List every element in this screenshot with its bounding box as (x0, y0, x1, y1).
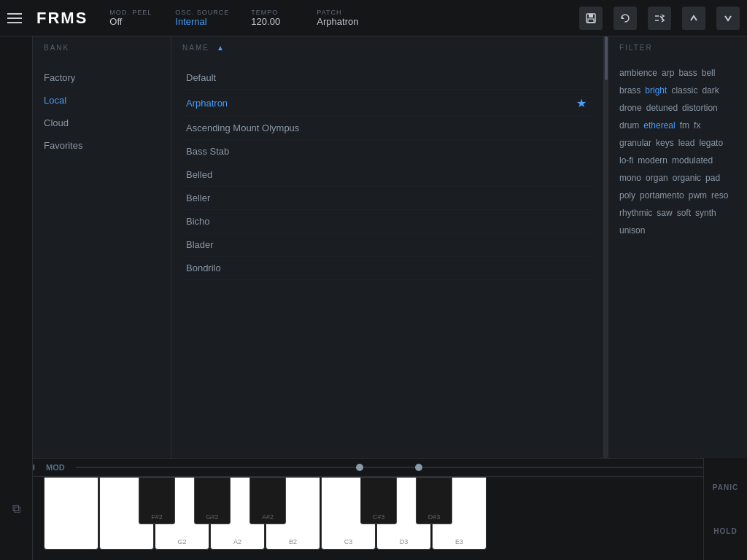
slider-handle-right[interactable] (415, 464, 422, 471)
filter-tag-fx[interactable]: fx (694, 119, 700, 132)
filter-tag-rhythmic[interactable]: rhythmic (619, 206, 652, 219)
preset-item-8[interactable]: Bondrilo (182, 257, 592, 280)
preset-item-4[interactable]: Belled (182, 163, 592, 187)
name-header: NAME ▲ (182, 44, 592, 55)
next-button[interactable] (716, 7, 740, 30)
preset-item-2[interactable]: Ascending Mount Olympus (182, 117, 592, 140)
black-key-cs3[interactable]: C#3 (360, 477, 397, 524)
bank-item-cloud[interactable]: Cloud (44, 112, 160, 134)
preset-item-6[interactable]: Bicho (182, 210, 592, 233)
filter-tag-bright[interactable]: bright (645, 84, 667, 97)
filter-tag-fm[interactable]: fm (680, 119, 689, 132)
filter-tag-arp[interactable]: arp (662, 66, 674, 79)
star-icon[interactable]: ★ (574, 96, 589, 110)
filter-tag-portamento[interactable]: portamento (640, 189, 684, 202)
filter-tags: ambiencearpbassbellbrassbrightclassicdar… (619, 66, 736, 237)
white-key-1[interactable] (44, 477, 98, 550)
preset-item-7[interactable]: Blader (182, 233, 592, 257)
filter-tag-drone[interactable]: drone (619, 101, 642, 114)
filter-tag-drum[interactable]: drum (619, 119, 639, 132)
key-label-gs2: G#2 (206, 513, 218, 521)
preset-item-3[interactable]: Bass Stab (182, 140, 592, 163)
key-label-e3: E3 (455, 538, 463, 545)
filter-tag-ambience[interactable]: ambience (619, 66, 657, 79)
scroll-thumb[interactable] (605, 36, 608, 80)
randomize-button[interactable] (648, 7, 671, 30)
filter-tag-unison[interactable]: unison (619, 224, 645, 237)
undo-button[interactable] (614, 7, 637, 30)
filter-tag-modern[interactable]: modern (638, 154, 667, 167)
tempo-value[interactable]: 120.00 (251, 16, 295, 27)
mod-peel-section: MOD. PEEL Off (109, 9, 153, 27)
filter-tag-mono[interactable]: mono (619, 171, 641, 184)
black-key-fs2[interactable]: F#2 (139, 477, 175, 524)
key-label-cs3: C#3 (373, 513, 385, 521)
key-label-d3: D3 (400, 538, 409, 545)
filter-tag-granular[interactable]: granular (619, 136, 651, 149)
bank-item-local[interactable]: Local (44, 89, 160, 112)
filter-tag-synth[interactable]: synth (695, 206, 716, 219)
osc-source-value[interactable]: Internal (175, 16, 229, 27)
filter-tag-brass[interactable]: brass (619, 84, 640, 97)
filter-tag-bell[interactable]: bell (702, 66, 716, 79)
key-label-as2: A#2 (262, 513, 274, 521)
filter-tag-classic[interactable]: classic (671, 84, 697, 97)
black-key-as2[interactable]: A#2 (249, 477, 286, 524)
tempo-label: TEMPO (251, 9, 295, 16)
black-key-ds3[interactable]: D#3 (416, 477, 452, 524)
right-buttons: PANIC HOLD (703, 458, 747, 560)
key-label-b2: B2 (289, 538, 297, 545)
panic-button[interactable]: PANIC (713, 483, 738, 491)
sidebar (0, 36, 33, 458)
main-content: BANK Factory Local Cloud Favorites NAME … (0, 36, 747, 458)
filter-tag-pad[interactable]: pad (705, 171, 720, 184)
pitch-mod-bar: PITCH MOD (0, 459, 747, 477)
key-label-g2: G2 (177, 538, 186, 545)
osc-source-label: OSC. SOURCE (175, 9, 229, 16)
filter-tag-pwm[interactable]: pwm (689, 189, 707, 202)
hold-button[interactable]: HOLD (713, 527, 737, 535)
filter-tag-lo-fi[interactable]: lo-fi (619, 154, 633, 167)
filter-tag-legato[interactable]: legato (699, 136, 723, 149)
osc-source-section: OSC. SOURCE Internal (175, 9, 229, 27)
filter-tag-ethereal[interactable]: ethereal (643, 119, 675, 132)
filter-tag-keys[interactable]: keys (656, 136, 674, 149)
filter-tag-bass[interactable]: bass (678, 66, 697, 79)
filter-header: FILTER (619, 44, 736, 55)
filter-tag-saw[interactable]: saw (657, 206, 672, 219)
filter-tag-organ[interactable]: organ (646, 171, 668, 184)
filter-tag-dark[interactable]: dark (702, 84, 719, 97)
tempo-section: TEMPO 120.00 (251, 9, 295, 27)
filter-tag-detuned[interactable]: detuned (646, 101, 678, 114)
pitch-mod-slider[interactable] (76, 467, 736, 468)
scroll-track[interactable] (604, 36, 608, 458)
save-button[interactable] (579, 7, 603, 30)
keyboard: G2 F#2 A2 G#2 B2 A#2 C3 (0, 477, 747, 553)
filter-tag-poly[interactable]: poly (619, 189, 635, 202)
key-label-a2: A2 (233, 538, 241, 545)
preset-item-5[interactable]: Beller (182, 187, 592, 210)
black-key-gs2[interactable]: G#2 (194, 477, 231, 524)
slider-handle-left[interactable] (356, 464, 363, 471)
key-label-fs2: F#2 (151, 513, 163, 521)
preset-item-1[interactable]: Arphatron★ (182, 90, 592, 117)
preset-list: DefaultArphatron★Ascending Mount Olympus… (182, 66, 592, 280)
bank-item-favorites[interactable]: Favorites (44, 134, 160, 157)
filter-tag-organic[interactable]: organic (673, 171, 701, 184)
prev-button[interactable] (682, 7, 705, 30)
filter-tag-soft[interactable]: soft (677, 206, 691, 219)
mod-peel-value[interactable]: Off (109, 16, 153, 27)
topbar-icons (579, 7, 740, 30)
mod-peel-label: MOD. PEEL (109, 9, 153, 16)
mod-label: MOD (46, 463, 65, 472)
filter-tag-modulated[interactable]: modulated (672, 154, 713, 167)
patch-value[interactable]: Arphatron (317, 16, 360, 27)
preset-item-0[interactable]: Default (182, 66, 592, 90)
filter-tag-distortion[interactable]: distortion (682, 101, 718, 114)
app-logo: FRMS (36, 9, 88, 28)
menu-button[interactable] (7, 13, 29, 23)
filter-tag-reso[interactable]: reso (711, 189, 728, 202)
patch-section: PATCH Arphatron (317, 9, 360, 27)
filter-tag-lead[interactable]: lead (678, 136, 695, 149)
bank-item-factory[interactable]: Factory (44, 66, 160, 89)
